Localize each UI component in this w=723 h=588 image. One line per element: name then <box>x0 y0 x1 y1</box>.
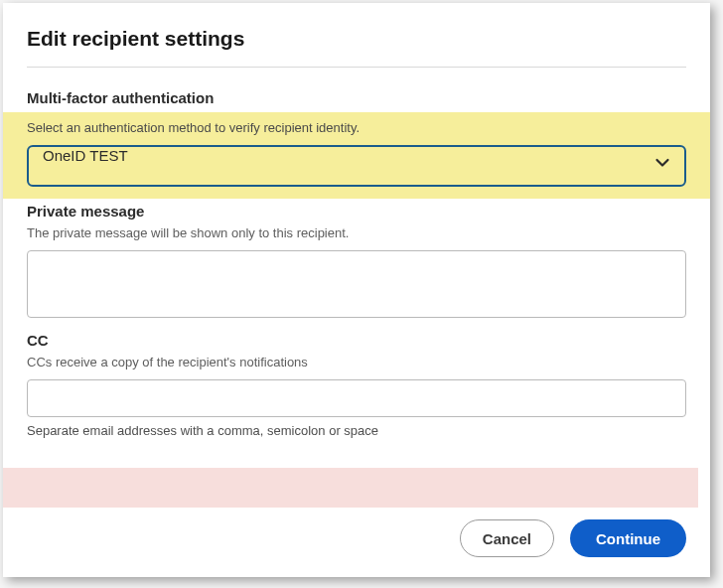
cc-hint: Separate email addresses with a comma, s… <box>27 423 686 438</box>
continue-button[interactable]: Continue <box>570 519 686 557</box>
alert-bar <box>3 468 698 508</box>
private-message-description: The private message will be shown only t… <box>27 225 686 240</box>
cc-section-label: CC <box>27 332 686 349</box>
dialog-footer: Cancel Continue <box>460 519 686 557</box>
mfa-select-wrap: OneID TEST <box>27 145 686 187</box>
mfa-selected-value: OneID TEST <box>43 147 128 164</box>
private-message-textarea[interactable] <box>27 250 686 318</box>
cc-description: CCs receive a copy of the recipient's no… <box>27 355 686 369</box>
edit-recipient-settings-dialog: Edit recipient settings Multi-factor aut… <box>3 3 710 577</box>
dialog-title: Edit recipient settings <box>27 27 686 51</box>
private-message-block: Private message The private message will… <box>27 203 686 322</box>
private-message-section-label: Private message <box>27 203 686 220</box>
divider <box>27 67 686 68</box>
cc-input[interactable] <box>27 379 686 417</box>
cc-block: CC CCs receive a copy of the recipient's… <box>27 332 686 438</box>
mfa-block: Select an authentication method to verif… <box>3 112 710 199</box>
cancel-button[interactable]: Cancel <box>460 519 554 557</box>
mfa-method-select[interactable]: OneID TEST <box>27 145 686 187</box>
mfa-helper-text: Select an authentication method to verif… <box>27 120 686 135</box>
mfa-section-label: Multi-factor authentication <box>27 89 686 106</box>
